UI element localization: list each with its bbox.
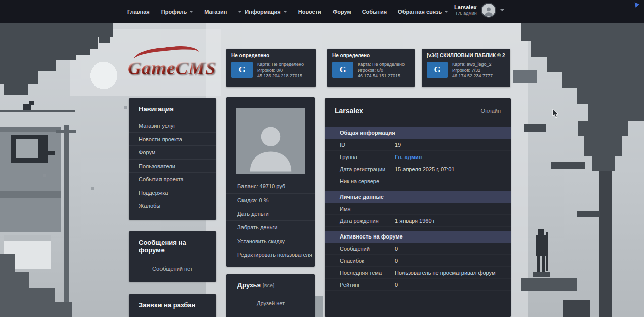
info-row-messages: Сообщений 0 <box>325 243 511 255</box>
nav-item-label: Новости <box>298 9 321 15</box>
online-status: Онлайн <box>481 108 501 114</box>
sidebar-item-forum[interactable]: Форум <box>129 145 216 159</box>
server-map: Карта: Не определено <box>358 62 405 68</box>
navigation-title: Навигация <box>129 98 216 119</box>
main-menu: Главная Профиль Магазин Информация Новос… <box>127 9 448 15</box>
chevron-down-icon <box>283 11 287 13</box>
server-players: Игроков: 7/32 <box>452 68 493 74</box>
nav-item-shop[interactable]: Магазин <box>204 9 227 15</box>
profile-actions-card: Баланс: 49710 руб Скидка: 0 % Дать деньг… <box>226 97 315 267</box>
friends-empty: Друзей нет <box>226 295 315 312</box>
mouse-cursor-icon <box>552 109 559 119</box>
chevron-down-icon <box>238 11 242 13</box>
info-row-group: Группа Гл. админ <box>325 151 511 163</box>
nav-item-label: События <box>362 9 387 15</box>
sidebar-item-shop-services[interactable]: Магазин услуг <box>129 119 216 132</box>
group-link[interactable]: Гл. админ <box>395 151 422 163</box>
server-players: Игроков: 0/0 <box>358 68 405 74</box>
navbar-user-role: Гл. админ <box>454 11 477 17</box>
sidebar-item-project-news[interactable]: Новости проекта <box>129 132 216 146</box>
info-row-last-topic: Последняя тема Пользователь не просматри… <box>325 267 511 279</box>
nav-item-label: Информация <box>245 9 280 15</box>
nav-item-label: Форум <box>333 9 351 15</box>
section-general-info: Общая информация <box>325 127 511 139</box>
server-card[interactable]: Не определено G Карта: Не определено Игр… <box>226 49 316 87</box>
nav-item-label: Профиль <box>161 9 187 15</box>
edit-user-link[interactable]: Редактировать пользователя <box>226 248 315 261</box>
navbar-user-text: Larsalex Гл. админ <box>454 4 477 17</box>
sidebar-item-project-events[interactable]: События проекта <box>129 172 216 186</box>
server-card[interactable]: Не определено G Карта: Не определено Игр… <box>327 49 415 87</box>
avatar <box>481 3 496 18</box>
site-logo[interactable]: GameCMS <box>125 46 218 92</box>
server-map: Карта: Не определено <box>257 62 304 68</box>
section-forum-activity: Активность на форуме <box>325 231 511 243</box>
friends-title: Друзья [все] <box>226 274 315 295</box>
nav-item-information[interactable]: Информация <box>238 9 287 15</box>
nav-item-forum[interactable]: Форум <box>333 9 351 15</box>
server-players: Игроков: 0/0 <box>257 68 304 74</box>
logo-text: GameCMS <box>128 57 216 79</box>
server-info: Карта: Не определено Игроков: 0/0 45.136… <box>257 62 304 80</box>
friends-all-link[interactable]: [все] <box>263 282 274 288</box>
person-icon <box>483 6 494 17</box>
discount-label: Скидка: 0 % <box>226 193 315 207</box>
friends-title-text: Друзья <box>237 281 261 289</box>
friends-card: Друзья [все] Друзей нет <box>226 274 315 317</box>
sidebar-item-support[interactable]: Поддержка <box>129 186 216 199</box>
give-money-link[interactable]: Дать деньги <box>226 207 315 220</box>
info-row-registration-date: Дата регистрации 15 апреля 2025 г, 07:01 <box>325 163 511 175</box>
gamecms-icon: G <box>427 62 448 78</box>
profile-avatar <box>236 108 305 174</box>
info-row-id: ID 19 <box>325 139 511 151</box>
info-row-thanks: Спасибок 0 <box>325 255 511 267</box>
server-info: Карта: awp_lego_2 Игроков: 7/32 46.174.5… <box>452 62 493 80</box>
nav-item-events[interactable]: События <box>362 9 387 15</box>
forum-messages-title: Сообщения на форуме <box>129 231 216 260</box>
forum-messages-empty: Сообщений нет <box>129 260 216 277</box>
balance-label: Баланс: 49710 руб <box>226 180 315 193</box>
nav-item-label: Главная <box>127 9 150 15</box>
server-ip: 45.136.204.218:27015 <box>257 73 304 80</box>
user-name: Larsalex <box>335 107 363 115</box>
server-info: Карта: Не определено Игроков: 0/0 46.174… <box>358 62 405 80</box>
nav-item-label: Магазин <box>204 9 227 15</box>
info-row-birth-date: Дата рождения 1 января 1960 г <box>325 215 511 227</box>
corner-pointer-icon <box>633 1 639 7</box>
gamecms-icon: G <box>332 62 353 78</box>
server-title: Не определено <box>332 53 410 58</box>
info-row-server-nick: Ник на сервере <box>325 175 511 187</box>
info-row-name: Имя <box>325 203 511 215</box>
person-icon <box>243 118 298 174</box>
gamecms-icon: G <box>231 62 253 78</box>
nav-item-profile[interactable]: Профиль <box>161 9 193 15</box>
server-title: Не определено <box>231 53 311 58</box>
nav-item-home[interactable]: Главная <box>127 9 150 15</box>
navbar-user-menu[interactable]: Larsalex Гл. админ <box>454 3 504 18</box>
sidebar-item-complaints[interactable]: Жалобы <box>129 199 216 212</box>
forum-messages-card: Сообщения на форуме Сообщений нет <box>129 231 216 282</box>
take-money-link[interactable]: Забрать деньги <box>226 220 315 234</box>
nav-item-feedback[interactable]: Обратная связь <box>398 9 448 15</box>
navbar-user-name: Larsalex <box>454 4 477 11</box>
server-ip: 46.174.54.151:27015 <box>358 73 405 80</box>
navigation-card: Навигация Магазин услуг Новости проекта … <box>129 98 216 220</box>
user-panel-header: Larsalex Онлайн <box>325 98 511 123</box>
set-discount-link[interactable]: Установить скидку <box>226 234 315 248</box>
user-profile-panel: Larsalex Онлайн Общая информация ID 19 Г… <box>325 98 511 317</box>
navbar: Главная Профиль Магазин Информация Новос… <box>0 0 644 23</box>
sidebar-item-users[interactable]: Пользователи <box>129 159 216 173</box>
unban-requests-card: Заявки на разбан <box>129 294 216 317</box>
server-ip: 46.174.52.234:7777 <box>452 73 493 80</box>
pixel-art-background <box>0 0 644 317</box>
unban-requests-title: Заявки на разбан <box>129 294 216 315</box>
section-personal-data: Личные данные <box>325 191 511 203</box>
nav-item-news[interactable]: Новости <box>298 9 321 15</box>
chevron-down-icon <box>444 11 448 13</box>
chevron-down-icon <box>500 9 504 11</box>
server-card[interactable]: [v34] СКИЛЛОВЫЙ ПАБЛИК © 21+ G Карта: aw… <box>422 49 510 87</box>
info-row-rating: Рейтинг 0 <box>325 279 511 291</box>
chevron-down-icon <box>189 11 193 13</box>
server-title: [v34] СКИЛЛОВЫЙ ПАБЛИК © 21+ <box>427 53 505 58</box>
nav-item-label: Обратная связь <box>398 9 442 15</box>
